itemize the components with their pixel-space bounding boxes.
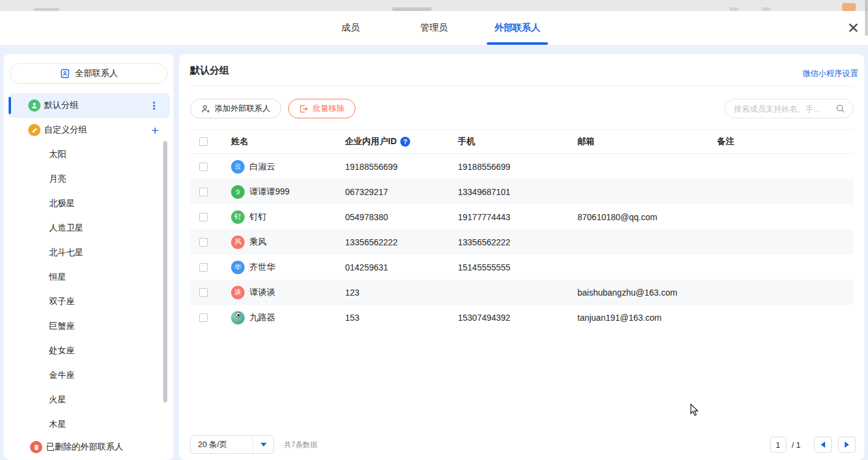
wechat-miniprogram-settings-link[interactable]: 微信小程序设置 [802,68,858,79]
contact-name: 谭谭谭999 [249,186,289,197]
current-page-input[interactable]: 1 [770,437,786,453]
add-group-icon[interactable]: + [151,124,159,137]
sidebar-item-custom-group[interactable]: 自定义分组 + [9,118,170,142]
more-options-icon[interactable]: ⋮ [149,100,159,112]
contact-name: 白淑云 [249,161,275,172]
row-checkbox[interactable] [199,213,208,221]
table-row: 云白淑云1918855669919188556699 [190,154,853,179]
contact-email: tanjuan191@163.com [577,313,717,323]
person-add-icon [201,104,210,113]
row-checkbox[interactable] [199,263,208,272]
row-checkbox[interactable] [199,188,208,196]
page-size-value: 20 条/页 [191,439,253,450]
page-size-select[interactable]: 20 条/页 [190,435,274,454]
search-box [725,99,853,118]
table-row: 九路器15315307494392tanjuan191@163.com [190,305,853,330]
sidebar-group-item[interactable]: 人造卫星 [9,216,170,240]
pagination: 1 / 1 [770,437,856,453]
contact-user-id: 19188556699 [345,162,458,172]
export-remove-icon [299,104,308,113]
batch-remove-button[interactable]: 批量移除 [288,99,356,118]
contact-book-icon [59,68,70,79]
table-row: 钉钉钉05497838019177774443870610180@qq.com [190,204,853,229]
select-all-checkbox[interactable] [199,137,208,146]
search-icon [836,104,845,113]
caret-zone [253,436,273,453]
contact-name: 齐世华 [249,262,275,273]
sidebar-group-item[interactable]: 恒星 [9,265,170,289]
close-icon[interactable]: ✕ [847,21,859,36]
custom-group-list: 太阳月亮北极星人造卫星北斗七星恒星双子座巨蟹座处女座金牛座火星木星 [4,142,173,437]
pencil-icon [28,124,40,136]
contact-user-id: 054978380 [345,212,458,222]
contact-phone: 13349687101 [458,187,577,197]
contact-name: 谭谈谈 [249,287,275,298]
total-pages-label: / 1 [792,440,801,450]
avatar: 9 [231,185,245,199]
arrow-right-icon [845,442,849,448]
table-row: 9谭谭谭99906732921713349687101 [190,179,853,204]
sidebar-group-item[interactable]: 处女座 [9,339,170,363]
contact-name: 钉钉 [249,212,267,223]
column-header-remark: 备注 [717,136,853,147]
search-input[interactable] [734,104,836,113]
contact-phone: 19188556699 [458,162,577,172]
contacts-table-body: 云白淑云19188556699191885566999谭谭谭9990673292… [190,154,853,330]
sidebar-group-item[interactable]: 北极星 [9,191,170,216]
sidebar-group-item[interactable]: 火星 [9,388,170,412]
avatar: 云 [231,160,245,174]
table-header-row: 姓名 企业内用户ID ? 手机 邮箱 备注 [190,129,853,154]
group-person-icon [28,99,40,112]
sidebar-item-default-group[interactable]: 默认分组 ⋮ [9,93,170,118]
chevron-down-icon [261,443,267,447]
row-checkbox[interactable] [199,313,208,322]
contact-phone: 15307494392 [458,313,577,323]
row-checkbox[interactable] [199,238,208,247]
avatar: 钉 [231,210,245,224]
contact-phone: 19177774443 [458,212,577,222]
tab-admins[interactable]: 管理员 [397,11,471,45]
avatar-eye [235,312,241,318]
previous-page-button[interactable] [814,437,832,453]
add-external-contact-button[interactable]: 添加外部联系人 [190,99,281,118]
contacts-table: 姓名 企业内用户ID ? 手机 邮箱 备注 云白淑云19188556699191… [190,129,853,330]
total-count-label: 共7条数据 [284,440,318,450]
tab-bar: 成员 管理员 外部联系人 [0,11,868,45]
tab-members[interactable]: 成员 [314,11,387,45]
row-checkbox[interactable] [199,288,208,297]
contact-user-id: 123 [345,288,458,297]
tab-external-contacts[interactable]: 外部联系人 [481,11,554,45]
sidebar-group-item[interactable]: 太阳 [9,142,170,167]
tab-label: 成员 [341,22,360,34]
sidebar-group-item[interactable]: 双子座 [9,289,170,314]
row-checkbox[interactable] [199,163,208,171]
sidebar-item-deleted-contacts[interactable]: 已删除的外部联系人 [9,437,170,458]
help-icon[interactable]: ? [400,137,410,147]
contact-user-id: 067329217 [345,187,458,197]
sidebar-group-item[interactable]: 木星 [9,412,170,437]
avatar [231,311,245,324]
sidebar-scrollbar-thumb[interactable] [163,141,167,402]
sidebar-group-item[interactable]: 月亮 [9,167,170,191]
main-panel: 默认分组 微信小程序设置 添加外部联系人 批量移除 姓名 [179,54,864,460]
column-header-id-label: 企业内用户ID [345,136,397,147]
avatar: 风 [231,236,245,249]
page-title: 默认分组 [190,64,853,77]
contact-email: 870610180@qq.com [577,212,717,222]
divider [190,86,853,86]
sidebar-group-item[interactable]: 巨蟹座 [9,314,170,339]
active-tab-underline [487,42,548,45]
table-row: 风乘风1335656222213356562222 [190,229,853,255]
next-page-button[interactable] [838,437,856,453]
modal-header: 成员 管理员 外部联系人 ✕ [0,11,868,45]
all-contacts-button[interactable]: 全部联系人 [10,63,167,84]
avatar: 谈 [231,286,245,299]
sidebar-group-item[interactable]: 金牛座 [9,363,170,388]
contact-email: baishubangzhu@163.com [577,288,717,297]
contact-phone: 13356562222 [458,237,577,247]
table-row: 华齐世华01425963115145555555 [190,255,853,280]
table-footer: 20 条/页 共7条数据 1 / 1 [190,431,856,459]
column-header-id: 企业内用户ID ? [345,136,458,147]
add-button-label: 添加外部联系人 [215,103,270,114]
sidebar-group-item[interactable]: 北斗七星 [9,240,170,265]
